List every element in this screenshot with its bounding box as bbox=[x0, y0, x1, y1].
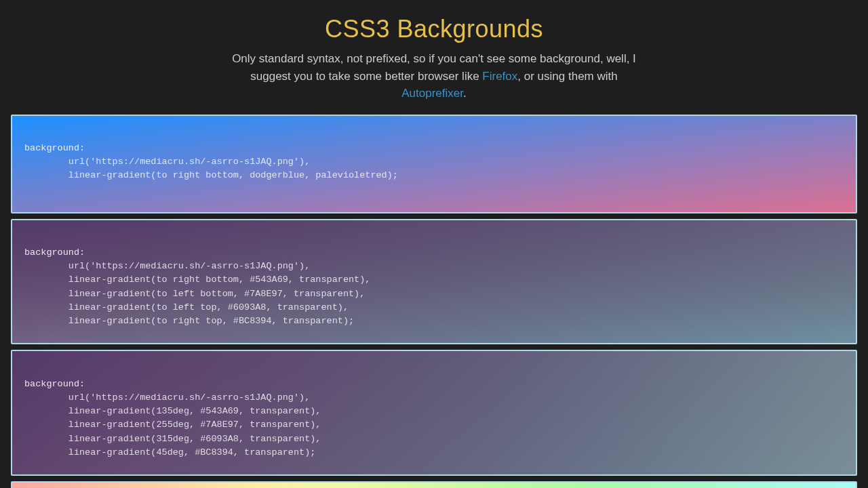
code-first-line: background: bbox=[24, 143, 85, 153]
firefox-link[interactable]: Firefox bbox=[482, 70, 517, 83]
subtitle-text-3: . bbox=[463, 87, 467, 100]
code-body: url('https://mediacru.sh/-asrro-s1JAQ.pn… bbox=[24, 157, 398, 180]
example-card-1: background: url('https://mediacru.sh/-as… bbox=[11, 115, 857, 214]
subtitle-text-2: , or using them with bbox=[517, 70, 617, 83]
example-card-2: background: url('https://mediacru.sh/-as… bbox=[11, 219, 857, 345]
example-card-4: background: linear-gradient(90deg, rgba(… bbox=[11, 481, 857, 488]
autoprefixer-link[interactable]: Autoprefixer bbox=[401, 87, 463, 100]
page-title: CSS3 Backgrounds bbox=[14, 15, 854, 43]
example-card-3: background: url('https://mediacru.sh/-as… bbox=[11, 350, 857, 476]
code-body: url('https://mediacru.sh/-asrro-s1JAQ.pn… bbox=[24, 392, 321, 458]
page-header: CSS3 Backgrounds Only standard syntax, n… bbox=[0, 0, 868, 115]
code-first-line: background: bbox=[24, 379, 85, 389]
page-subtitle: Only standard syntax, not prefixed, so i… bbox=[217, 50, 651, 102]
code-first-line: background: bbox=[24, 247, 85, 258]
code-body: url('https://mediacru.sh/-asrro-s1JAQ.pn… bbox=[24, 261, 370, 326]
examples-list: background: url('https://mediacru.sh/-as… bbox=[0, 115, 868, 489]
